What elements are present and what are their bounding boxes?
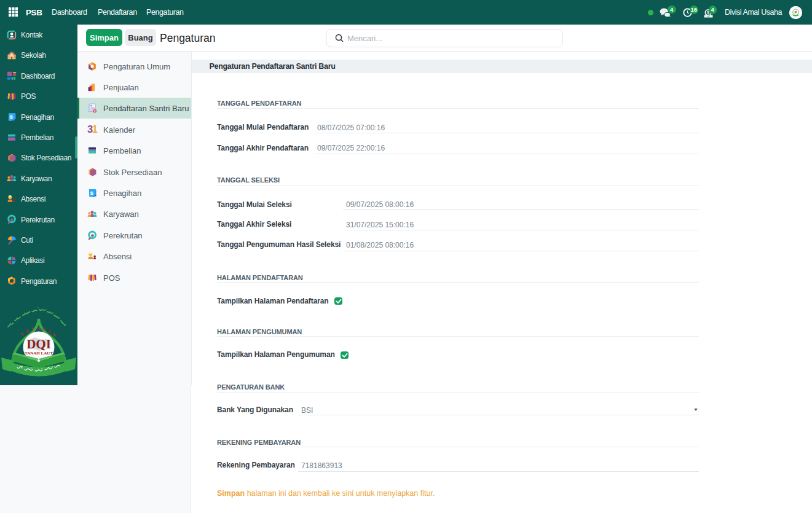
svg-text:Y: Y <box>31 326 35 332</box>
svg-text:A: A <box>37 326 41 332</box>
svg-text:TANAH LAUT: TANAH LAUT <box>25 351 53 356</box>
svg-text:$: $ <box>90 190 93 196</box>
svg-text:A: A <box>25 328 30 334</box>
svg-text:DQI: DQI <box>26 337 51 351</box>
svg-text:A: A <box>47 329 52 335</box>
svg-text:$: $ <box>10 114 13 120</box>
svg-text:Y: Y <box>19 331 25 338</box>
